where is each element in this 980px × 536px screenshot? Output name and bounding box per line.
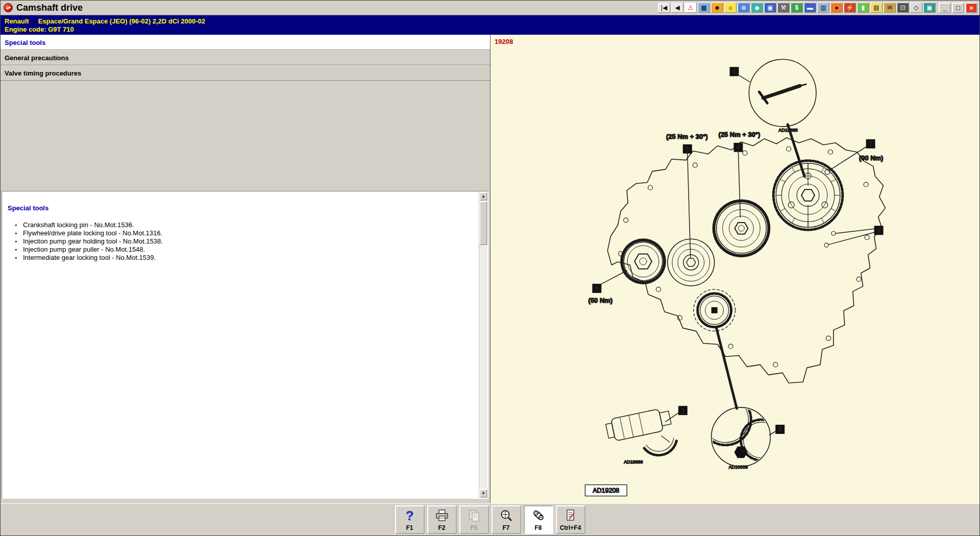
svg-text:4: 4 [732,68,736,76]
close-button[interactable]: × [965,3,977,13]
f5-pages-button: F5 [459,505,489,534]
scroll-up-icon[interactable] [479,192,487,201]
diagram-label-7: 7 [866,139,875,149]
save-icon[interactable]: ▬ [804,3,816,13]
pointer-line-callout2 [717,328,737,409]
ad-code-tool1: AD18888 [624,459,643,465]
ball-icon[interactable]: ● [830,3,843,13]
f7-zoom-button[interactable]: F7 [492,505,521,534]
diagram-label-6: 6 [683,144,692,154]
power-icon[interactable]: ⚡ [844,3,856,13]
app-window: Camshaft drive |◀ ◀ ⚠ ▦ ☻ ☼ ⊕ ◆ ▣ ⚒ $ ▬ … [0,0,980,536]
titlebar[interactable]: Camshaft drive |◀ ◀ ⚠ ▦ ☻ ☼ ⊕ ◆ ▣ ⚒ $ ▬ … [1,1,979,15]
nav-item-label: Special tools [5,39,45,46]
callout-4-locking-pin [749,59,816,127]
nav-item-valve-timing-procedures[interactable]: Valve timing procedures [1,65,490,81]
chart-icon[interactable]: ▥ [817,3,829,13]
camshaft-drive-diagram: AD18888 AD10008 [491,35,979,503]
f1-label: F1 [406,524,413,531]
window-controls: _ □ × [939,3,977,13]
engine-cover-outline [607,138,885,383]
svg-text:3: 3 [877,227,880,234]
content-heading: Special tools [8,204,473,212]
diagram-pane: 19208 [490,35,979,503]
torque-label-7: (90 Nm) [859,154,883,162]
database-icon[interactable]: ▣ [923,3,936,13]
torque-label-8: (50 Nm) [589,297,612,304]
gear-5 [714,201,769,256]
diagram-label-8: 8 [592,284,601,293]
torque-label-5: (25 Nm + 30°) [719,131,761,138]
list-item: Intermediate gear locking tool - No.Mot.… [8,254,473,262]
torque-label-6: (25 Nm + 30°) [666,133,708,140]
timing-belt-icon [531,508,546,523]
app-icon [4,3,13,12]
f2-print-button[interactable]: F2 [427,505,457,534]
list-item: Injection pump gear puller - No.Mot.1548… [8,246,473,254]
magnifier-icon [499,508,513,523]
vehicle-label: Espace/Grand Espace (JEO) (96-02) 2,2D d… [38,17,205,25]
nav-item-general-precautions[interactable]: General precautions [1,50,490,65]
f7-label: F7 [502,524,509,531]
nav-item-special-tools[interactable]: Special tools [1,35,490,50]
nav-first-icon[interactable]: |◀ [658,3,670,13]
intermediate-gear [668,239,715,286]
vertical-scrollbar[interactable] [479,192,487,498]
nav-item-label: Valve timing procedures [5,69,81,77]
minimize-button[interactable]: _ [939,3,951,13]
battery-icon[interactable]: ▮ [857,3,869,13]
svg-text:5: 5 [737,144,740,151]
gear-7 [773,161,843,230]
figure-code-box: AD19208 [585,485,627,496]
svg-text:AD19208: AD19208 [593,487,619,494]
ctrl-f4-document-button[interactable]: Ctrl+F4 [556,505,585,534]
diagram-label-2: 2 [775,425,785,434]
f1-help-button[interactable]: ? F1 [395,505,425,534]
window-title: Camshaft drive [16,3,83,13]
document-icon [564,508,578,523]
list-item: Injection pump gear holding tool - No.Mo… [8,237,473,246]
engine-code-label: Engine code: G9T 710 [5,26,979,34]
money-icon[interactable]: $ [791,3,803,13]
printer-icon [435,508,449,523]
callout-2-crank-closeup [700,394,782,467]
content-body: Special tools Crankshaft locking pin - N… [3,192,479,498]
titlebar-toolbar: |◀ ◀ ⚠ ▦ ☻ ☼ ⊕ ◆ ▣ ⚒ $ ▬ ▥ ● ⚡ ▮ ▤ ✉ ⊡ ◇… [658,3,936,13]
svg-text:2: 2 [778,426,782,433]
vehicle-line: RenaultEspace/Grand Espace (JEO) (96-02)… [5,17,979,26]
pages-icon [467,508,481,523]
scrollbar-thumb[interactable] [479,201,487,245]
diagram-label-5: 5 [734,143,743,152]
list-item: Flywheel/drive plate locking tool - No.M… [8,229,473,237]
crankshaft-gear [694,289,736,331]
image-icon[interactable]: ▦ [698,3,710,13]
warning-icon[interactable]: ⚠ [684,3,697,13]
help-icon: ? [406,508,414,523]
vehicle-header: RenaultEspace/Grand Espace (JEO) (96-02)… [1,15,979,35]
left-pane: Special tools General precautions Valve … [1,35,490,503]
svg-text:1: 1 [681,407,684,415]
main-area: Special tools General precautions Valve … [1,35,979,503]
monitor-icon[interactable]: ▣ [764,3,776,13]
camera-icon[interactable]: ⊡ [897,3,909,13]
mail-icon[interactable]: ✉ [884,3,896,13]
tool-1-flywheel-lock [605,407,677,455]
svg-text:7: 7 [869,140,872,148]
maximize-button[interactable]: □ [952,3,964,13]
tools-icon[interactable]: ⚒ [777,3,790,13]
bulb-icon[interactable]: ☼ [724,3,737,13]
smiley-icon[interactable]: ☻ [711,3,723,13]
f8-label: F8 [534,524,542,531]
scroll-down-icon[interactable] [479,489,487,498]
diagram-label-4: 4 [730,67,739,76]
notes-icon[interactable]: ▤ [870,3,883,13]
nav-back-icon[interactable]: ◀ [671,3,683,13]
nav-item-label: General precautions [5,54,69,62]
f8-timing-belt-button[interactable]: F8 [524,505,553,534]
star-icon[interactable]: ◆ [751,3,763,13]
list-item: Crankshaft locking pin - No.Mot.1536. [8,221,473,229]
parts-icon[interactable]: ◇ [910,3,922,13]
f5-label: F5 [470,524,477,531]
diagram-label-1: 1 [678,406,688,415]
globe-icon[interactable]: ⊕ [738,3,750,13]
